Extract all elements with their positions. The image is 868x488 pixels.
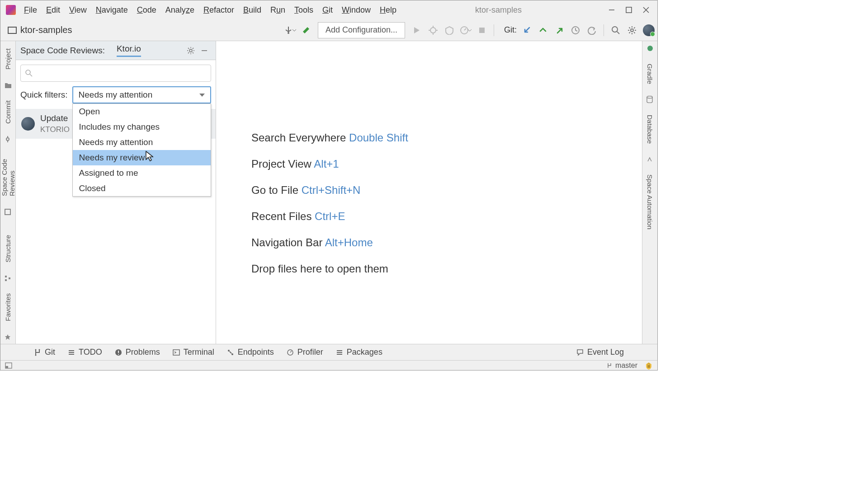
shortcut: Alt+1 bbox=[314, 158, 339, 170]
search-icon[interactable] bbox=[608, 22, 624, 38]
minimize-button[interactable] bbox=[603, 3, 620, 17]
git-revert-icon[interactable] bbox=[584, 22, 600, 38]
svg-line-27 bbox=[30, 74, 32, 76]
menu-view[interactable]: View bbox=[65, 4, 91, 17]
bottom-todo[interactable]: TODO bbox=[68, 347, 102, 357]
tool-space-reviews[interactable]: Space Code Reviews bbox=[0, 150, 16, 200]
tool-window-icon[interactable] bbox=[5, 362, 12, 369]
filter-option-assigned-to-me[interactable]: Assigned to me bbox=[73, 165, 211, 181]
bottom-packages[interactable]: Packages bbox=[336, 347, 382, 357]
editor-empty-state: Search Everywhere Double ShiftProject Vi… bbox=[216, 41, 642, 344]
menu-file[interactable]: File bbox=[19, 4, 42, 17]
database-icon bbox=[646, 96, 654, 103]
welcome-line: Navigation Bar Alt+Home bbox=[251, 236, 373, 249]
svg-rect-49 bbox=[5, 366, 8, 368]
space-code-reviews-panel: Space Code Reviews: Ktor.io Quick filter… bbox=[16, 41, 216, 344]
bottom-git[interactable]: Git bbox=[34, 347, 55, 357]
svg-point-14 bbox=[612, 27, 618, 32]
run-icon[interactable] bbox=[409, 22, 425, 38]
git-branch-indicator[interactable]: master bbox=[606, 361, 637, 370]
stop-icon[interactable] bbox=[474, 22, 490, 38]
menu-help[interactable]: Help bbox=[375, 4, 401, 17]
shortcut: Ctrl+E bbox=[315, 210, 345, 222]
coverage-icon[interactable] bbox=[441, 22, 458, 38]
svg-point-41 bbox=[231, 353, 233, 355]
bottom-problems[interactable]: Problems bbox=[115, 347, 160, 357]
git-commit-icon[interactable] bbox=[535, 22, 551, 38]
maximize-button[interactable] bbox=[620, 3, 637, 17]
branch-icon bbox=[606, 362, 613, 369]
menu-edit[interactable]: Edit bbox=[42, 4, 65, 17]
menu-tools[interactable]: Tools bbox=[290, 4, 318, 17]
filter-option-open[interactable]: Open bbox=[73, 104, 211, 119]
menu-analyze[interactable]: Analyze bbox=[161, 4, 199, 17]
chevron-down-icon bbox=[199, 94, 205, 97]
panel-minimize-icon[interactable] bbox=[198, 44, 211, 57]
reviews-icon bbox=[5, 208, 12, 215]
welcome-line: Project View Alt+1 bbox=[251, 158, 339, 170]
menu-refactor[interactable]: Refactor bbox=[199, 4, 239, 17]
filter-option-needs-my-attention[interactable]: Needs my attention bbox=[73, 135, 211, 150]
svg-rect-12 bbox=[479, 28, 485, 33]
bottom-terminal[interactable]: Terminal bbox=[173, 347, 214, 357]
search-icon bbox=[25, 70, 33, 77]
left-tool-strip: Project Commit Space Code Reviews Struct… bbox=[0, 41, 16, 344]
tool-commit[interactable]: Commit bbox=[4, 97, 12, 127]
reviews-search-input[interactable] bbox=[20, 65, 211, 82]
menu-window[interactable]: Window bbox=[337, 4, 375, 17]
tool-database[interactable]: Database bbox=[646, 111, 654, 147]
filter-option-needs-my-review[interactable]: Needs my review bbox=[73, 150, 211, 165]
bottom-endpoints[interactable]: Endpoints bbox=[227, 347, 274, 357]
tool-favorites[interactable]: Favorites bbox=[4, 290, 12, 325]
menu-build[interactable]: Build bbox=[239, 4, 266, 17]
tool-gradle[interactable]: Gradle bbox=[646, 60, 654, 88]
folder-icon bbox=[5, 81, 12, 89]
svg-point-38 bbox=[118, 354, 119, 355]
avatar bbox=[21, 117, 35, 131]
window-title: ktor-samples bbox=[475, 5, 522, 15]
menu-run[interactable]: Run bbox=[266, 4, 290, 17]
list-icon bbox=[68, 349, 75, 356]
vcs-branches-icon[interactable] bbox=[282, 22, 298, 38]
menu-navigate[interactable]: Navigate bbox=[91, 4, 132, 17]
bottom-tool-bar: Git TODO Problems Terminal Endpoints Pro… bbox=[0, 344, 657, 360]
hammer-build-icon[interactable] bbox=[298, 22, 314, 38]
gear-icon[interactable] bbox=[624, 22, 640, 38]
panel-gear-icon[interactable] bbox=[184, 44, 198, 57]
quick-filters-select[interactable]: Needs my attention OpenIncludes my chang… bbox=[72, 86, 211, 103]
git-pull-icon[interactable] bbox=[519, 22, 535, 38]
menu-git[interactable]: Git bbox=[318, 4, 337, 17]
terminal-icon bbox=[173, 349, 180, 356]
git-branch-icon bbox=[34, 349, 41, 356]
app-icon bbox=[6, 5, 16, 15]
git-push-icon[interactable] bbox=[551, 22, 567, 38]
tool-space-automation[interactable]: Space Automation bbox=[646, 171, 654, 233]
panel-tab-ktor[interactable]: Ktor.io bbox=[117, 44, 141, 57]
run-configurations-selector[interactable]: Add Configuration... bbox=[318, 22, 405, 38]
close-button[interactable] bbox=[637, 3, 655, 17]
tool-structure[interactable]: Structure bbox=[4, 231, 12, 266]
quick-filters-value: Needs my attention bbox=[79, 90, 153, 100]
svg-rect-1 bbox=[626, 7, 632, 13]
profile-icon[interactable] bbox=[458, 22, 474, 38]
menu-code[interactable]: Code bbox=[132, 4, 161, 17]
svg-point-32 bbox=[35, 354, 37, 356]
lock-indicator-icon[interactable] bbox=[645, 361, 653, 370]
review-subtitle: KTORIO bbox=[40, 125, 70, 134]
user-avatar[interactable] bbox=[643, 24, 655, 36]
debug-icon[interactable] bbox=[425, 22, 441, 38]
bottom-event-log[interactable]: Event Log bbox=[576, 347, 624, 357]
bottom-profiler[interactable]: Profiler bbox=[287, 347, 323, 357]
filter-option-closed[interactable]: Closed bbox=[73, 181, 211, 196]
svg-point-24 bbox=[189, 49, 192, 52]
filter-option-includes-my-changes[interactable]: Includes my changes bbox=[73, 119, 211, 135]
git-history-icon[interactable] bbox=[567, 22, 584, 38]
svg-rect-21 bbox=[5, 276, 7, 277]
navigation-toolbar: ktor-samples Add Configuration... Git: bbox=[0, 19, 657, 41]
welcome-line: Recent Files Ctrl+E bbox=[251, 210, 345, 223]
svg-line-44 bbox=[290, 351, 292, 352]
tool-project[interactable]: Project bbox=[4, 45, 12, 73]
svg-point-31 bbox=[39, 349, 40, 350]
svg-point-5 bbox=[430, 28, 436, 33]
breadcrumb-project[interactable]: ktor-samples bbox=[20, 25, 72, 35]
